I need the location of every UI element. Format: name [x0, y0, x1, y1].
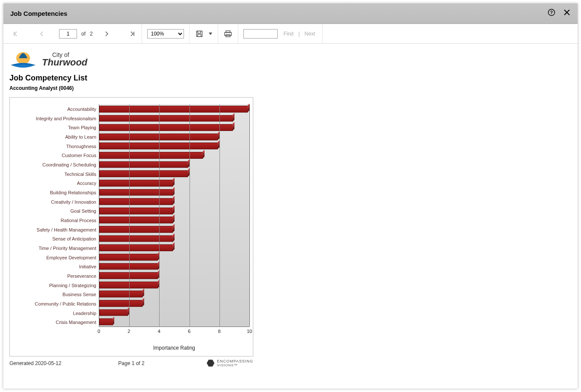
chart-bar	[99, 198, 175, 205]
report-title: Job Competency List	[9, 74, 576, 83]
last-page-icon[interactable]	[128, 30, 136, 38]
svg-rect-7	[198, 31, 201, 33]
chart-x-tick: 0	[98, 329, 100, 334]
chart-bar	[99, 161, 190, 168]
footer-vendor: ENCOMPASSING VISIONS™	[172, 359, 253, 367]
chart-x-axis: 0246810	[99, 327, 249, 340]
chart-bar	[99, 235, 175, 242]
chart-plot: AccountabilityIntegrity and Professional…	[13, 104, 249, 327]
chart-category-label: Sense of Anticipation	[13, 234, 99, 244]
chart-category-label: Safety / Health Management	[13, 225, 99, 235]
chart-category-label: Business Sense	[13, 290, 99, 299]
chart-category-label: Ability to Learn	[13, 132, 99, 142]
chart-category-label: Initiative	[13, 262, 99, 271]
chart-bar	[99, 226, 175, 233]
report-body[interactable]: City of Thurwood Job Competency List Acc…	[3, 44, 578, 389]
window-frame: Job Competencies ? of 2	[3, 3, 578, 389]
chart-category-label: Employee Development	[13, 253, 99, 262]
chart-category-label: Coordinating / Scheduling	[13, 160, 99, 169]
next-page-icon[interactable]	[102, 30, 111, 38]
report-subtitle: Accounting Analyst (0046)	[9, 85, 576, 91]
chart-category-label: Accountability	[13, 104, 99, 114]
chart-x-label: Importance Rating	[99, 345, 249, 351]
chart-bar	[99, 291, 144, 297]
chart-category-label: Customer Focus	[13, 151, 99, 160]
chart-bar	[99, 189, 175, 196]
find-link[interactable]: Find	[284, 31, 293, 37]
org-logo-row: City of Thurwood	[9, 47, 576, 70]
first-page-icon[interactable]	[12, 30, 21, 38]
report-toolbar: of 2 100%	[3, 24, 578, 44]
svg-marker-9	[209, 33, 212, 35]
chart-bar	[99, 309, 129, 316]
chart-bar	[99, 244, 175, 251]
vendor-logo-icon	[207, 359, 214, 367]
page-total: 2	[90, 31, 93, 37]
chart-x-tick: 10	[247, 329, 252, 334]
zoom-group: 100%	[142, 24, 190, 43]
chart-category-label: Creativity / Innovation	[13, 197, 99, 207]
chart-bar	[99, 217, 175, 223]
close-icon[interactable]	[563, 9, 571, 18]
chart-category-label: Accuracy	[13, 178, 99, 188]
chart-category-label: Planning / Strategizing	[13, 281, 99, 290]
chart-container: AccountabilityIntegrity and Professional…	[9, 97, 253, 356]
window-title: Job Competencies	[10, 10, 67, 17]
chart-category-label: Community / Public Relations	[13, 299, 99, 309]
chart-bar	[99, 208, 175, 214]
chart-bar	[99, 300, 144, 307]
svg-text:?: ?	[550, 10, 553, 15]
chart-x-tick: 8	[218, 329, 221, 334]
chart-bar	[99, 115, 234, 122]
org-logo-icon	[9, 49, 37, 70]
page-footer: Generated 2020-05-12 Page 1 of 2 ENCOMPA…	[9, 359, 253, 367]
chart-category-label: Leadership	[13, 309, 99, 318]
chart-category-label: Rational Process	[13, 216, 99, 225]
chart-x-tick: 2	[127, 329, 130, 334]
chart-category-label: Goal Setting	[13, 206, 99, 216]
chart-category-label: Time / Priority Management	[13, 244, 99, 253]
export-group	[190, 24, 218, 43]
help-icon[interactable]: ?	[548, 9, 555, 18]
search-input[interactable]	[243, 29, 278, 39]
chart-bar	[99, 124, 234, 131]
chart-category-label: Crisis Management	[13, 318, 99, 327]
org-line2: Thurwood	[42, 58, 87, 67]
title-bar: Job Competencies ?	[3, 3, 578, 24]
svg-rect-8	[198, 34, 201, 37]
next-link[interactable]: Next	[305, 31, 315, 37]
chart-category-label: Integrity and Professionalism	[13, 114, 99, 123]
chart-category-label: Thoroughness	[13, 142, 99, 151]
prev-page-icon[interactable]	[38, 30, 46, 38]
chart-bar	[99, 152, 205, 159]
chart-category-label: Building Relationships	[13, 188, 99, 197]
search-group: Find | Next	[238, 24, 323, 43]
footer-page: Page 1 of 2	[91, 360, 172, 366]
footer-generated: Generated 2020-05-12	[9, 360, 91, 366]
print-icon[interactable]	[223, 29, 233, 39]
chart-plot-area	[99, 104, 249, 327]
chart-bar	[99, 106, 249, 113]
chart-x-tick: 6	[188, 329, 190, 334]
chart-bar	[99, 180, 175, 187]
page-of-label: of	[81, 31, 86, 37]
chart-x-tick: 4	[158, 329, 160, 334]
save-dropdown-icon[interactable]	[208, 29, 213, 39]
page-number-input[interactable]	[59, 29, 77, 39]
chart-bar	[99, 318, 114, 325]
chart-bar	[99, 170, 190, 177]
chart-category-label: Perseverance	[13, 271, 99, 281]
zoom-select[interactable]: 100%	[147, 29, 184, 39]
chart-category-label: Team Playing	[13, 123, 99, 132]
nav-group: of 2	[7, 24, 142, 43]
chart-y-labels: AccountabilityIntegrity and Professional…	[13, 104, 99, 327]
chart-category-label: Technical Skills	[13, 169, 99, 179]
print-group	[218, 24, 238, 43]
save-icon[interactable]	[195, 29, 204, 39]
